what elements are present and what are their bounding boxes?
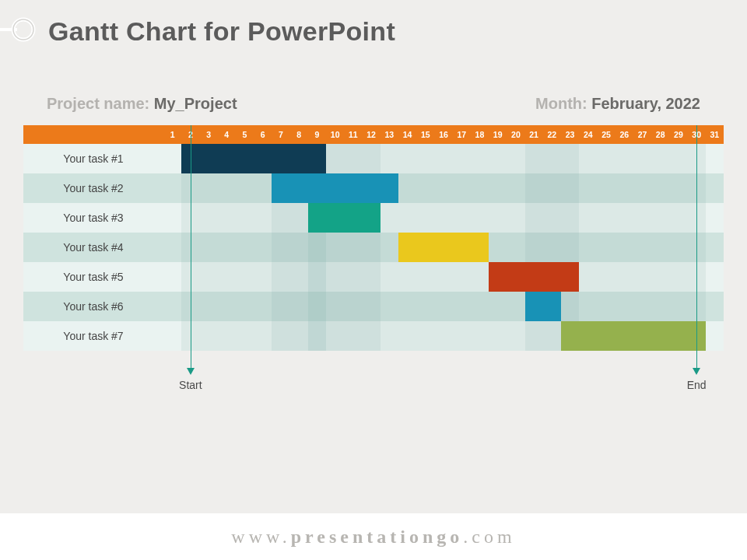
- gantt-cell: [561, 203, 579, 233]
- day-header: 17: [453, 125, 471, 144]
- gantt-cell: [706, 203, 724, 233]
- gantt-cell: [290, 292, 308, 321]
- gantt-cell: [706, 233, 724, 262]
- day-header: 8: [290, 125, 308, 144]
- gantt-cell: [507, 292, 524, 321]
- gantt-cell: [453, 292, 471, 321]
- gantt-row: Your task #2: [23, 173, 724, 203]
- day-header: 31: [706, 125, 724, 144]
- gantt-cell: [561, 292, 579, 321]
- gantt-cell: [633, 292, 651, 321]
- gantt-cell: [525, 203, 543, 233]
- gantt-cell: [236, 262, 254, 292]
- gantt-cell: [525, 144, 543, 173]
- footer-suffix: .com: [463, 527, 515, 548]
- gantt-cell: [706, 321, 724, 351]
- gantt-cell: [706, 144, 724, 173]
- day-header: 19: [489, 125, 507, 144]
- gantt-bar: [489, 262, 579, 292]
- gantt-cell: [453, 262, 471, 292]
- gantt-cell: [489, 321, 507, 351]
- gantt-cell: [597, 203, 615, 233]
- gantt-cell: [489, 233, 507, 262]
- gantt-cell: [434, 144, 452, 173]
- gantt-cell: [615, 292, 633, 321]
- gantt-cell: [362, 292, 380, 321]
- gantt-cell: [381, 262, 398, 292]
- gantt-cell: [272, 203, 289, 233]
- day-header: 22: [543, 125, 561, 144]
- gantt-cell: [688, 292, 706, 321]
- gantt-cell: [308, 321, 326, 351]
- gantt-cell: [416, 173, 434, 203]
- gantt-cell: [434, 321, 452, 351]
- gantt-cell: [669, 292, 687, 321]
- gantt-cell: [362, 233, 380, 262]
- day-header: 30: [688, 125, 706, 144]
- gantt-cell: [362, 144, 380, 173]
- gantt-cell: [706, 292, 724, 321]
- gantt-cell: [706, 262, 724, 292]
- project-name-value: My_Project: [154, 95, 237, 112]
- day-header: 26: [615, 125, 633, 144]
- gantt-cell: [290, 233, 308, 262]
- gantt-cell: [597, 262, 615, 292]
- gantt-header-row: 1234567891011121314151617181920212223242…: [23, 125, 724, 144]
- gantt-cell: [579, 173, 597, 203]
- gantt-cell: [254, 262, 272, 292]
- gantt-cell: [543, 233, 561, 262]
- gantt-cell: [669, 203, 687, 233]
- gantt-cell: [199, 203, 217, 233]
- gantt-cell: [398, 144, 416, 173]
- gantt-cell: [543, 321, 561, 351]
- gantt-row: Your task #3: [23, 203, 724, 233]
- gantt-bar: [398, 233, 489, 262]
- gantt-cell: [398, 173, 416, 203]
- gantt-cell: [398, 262, 416, 292]
- gantt-cell: [272, 262, 289, 292]
- page-title: Gantt Chart for PowerPoint: [48, 16, 395, 47]
- gantt-cell: [344, 233, 362, 262]
- gantt-cell: [254, 233, 272, 262]
- gantt-cell: [688, 144, 706, 173]
- footer-prefix: www.: [231, 527, 290, 548]
- gantt-cell: [326, 292, 344, 321]
- gantt-cell: [651, 144, 669, 173]
- gantt-row: Your task #1: [23, 144, 724, 173]
- month-value: February, 2022: [591, 95, 700, 112]
- gantt-cell: [651, 262, 669, 292]
- day-header: 3: [199, 125, 217, 144]
- meta-row: Project name: My_Project Month: February…: [0, 64, 747, 125]
- gantt-cell: [272, 321, 289, 351]
- day-header: 11: [344, 125, 362, 144]
- gantt-row: Your task #7: [23, 321, 724, 351]
- gantt-cell: [326, 321, 344, 351]
- gantt-cell: [290, 203, 308, 233]
- gantt-cell: [272, 292, 289, 321]
- gantt-cell: [471, 203, 489, 233]
- task-label: Your task #5: [23, 262, 163, 292]
- gantt-cell: [218, 262, 236, 292]
- month-block: Month: February, 2022: [535, 95, 700, 113]
- gantt-cell: [453, 144, 471, 173]
- gantt-cell: [615, 262, 633, 292]
- gantt-cell: [489, 203, 507, 233]
- gantt-cell: [453, 321, 471, 351]
- gantt-cell: [326, 262, 344, 292]
- gantt-cell: [163, 173, 181, 203]
- gantt-cell: [199, 173, 217, 203]
- gantt-cell: [254, 321, 272, 351]
- gantt-day-axis: 1234567891011121314151617181920212223242…: [163, 125, 724, 144]
- gantt-cell: [597, 173, 615, 203]
- gantt-cell: [471, 292, 489, 321]
- day-header: 18: [471, 125, 489, 144]
- day-header: 4: [218, 125, 236, 144]
- gantt-cell: [290, 262, 308, 292]
- day-header: 13: [381, 125, 398, 144]
- gantt-cell: [615, 144, 633, 173]
- footer-brand: presentationgo: [291, 527, 464, 548]
- gantt-cell: [579, 233, 597, 262]
- gantt-cell: [543, 144, 561, 173]
- gantt-cell: [181, 173, 199, 203]
- gantt-cell: [308, 262, 326, 292]
